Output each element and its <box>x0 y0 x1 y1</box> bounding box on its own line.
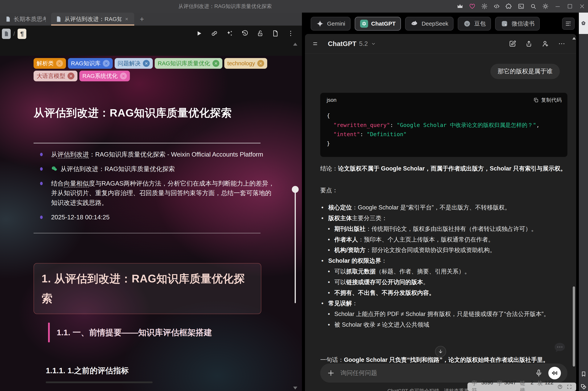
tag-chip[interactable]: RAG知识库质量优化× <box>155 58 222 69</box>
panel-menu-button[interactable] <box>562 17 575 30</box>
note-app-pane: 长期本质思考 从评估到改进：RAG知 × + / ¶ 解析类×RAG知识库×问题… <box>0 13 302 391</box>
tag-chip[interactable]: technology× <box>224 58 267 69</box>
scrollbar-thumb[interactable] <box>573 286 575 367</box>
provider-tab-label: DeepSeek <box>421 20 448 27</box>
voice-mode-button[interactable] <box>548 367 561 379</box>
assistant-paragraph: 要点： <box>320 186 567 195</box>
code-line: { <box>327 111 539 120</box>
document-tab-strip: 长期本质思考 从评估到改进：RAG知 × + <box>0 13 302 26</box>
chat-bubble-widget-icon[interactable] <box>553 341 567 354</box>
link-icon[interactable] <box>211 30 218 37</box>
sidebar-toggle-icon[interactable] <box>312 40 320 48</box>
unlock-icon[interactable] <box>257 30 264 37</box>
document-icon <box>5 16 11 22</box>
tag-remove-icon[interactable]: × <box>143 60 150 67</box>
divider <box>34 233 261 233</box>
list-item: 结合向量相似度与RAGAS两种评估方法，分析它们在成本与判断能力上的差异，并从知… <box>34 179 276 207</box>
nested-list: •Scholar 上能点开的 PDF ≠ Scholar 拥有版权，只是链接或缓… <box>320 309 570 330</box>
assistant-paragraph: 结论：论文版权不属于 Google Scholar，而属于作者或出版方，Scho… <box>320 164 570 173</box>
tag-chip[interactable]: RAG知识库× <box>68 58 113 69</box>
pilcrow-button[interactable]: ¶ <box>17 29 26 39</box>
gear-icon[interactable] <box>481 3 488 9</box>
scroll-to-bottom-button[interactable] <box>435 346 446 357</box>
share-icon[interactable] <box>525 40 533 48</box>
list-item: •Scholar 上能点开的 PDF ≠ Scholar 拥有版权，只是链接或缓… <box>327 309 570 319</box>
play-icon[interactable] <box>196 30 203 37</box>
add-person-icon[interactable] <box>541 40 549 48</box>
microphone-icon[interactable] <box>535 369 543 377</box>
provider-tab-chatgpt[interactable]: ChatGPT <box>355 17 401 30</box>
breadcrumb-document-button[interactable] <box>2 29 11 39</box>
tag-row: 解析类×RAG知识库×问题解决×RAG知识库质量优化×technology× <box>34 58 267 69</box>
selection-frame-icon[interactable] <box>567 384 572 390</box>
crown-icon[interactable] <box>457 3 463 9</box>
document-title: 从评估到改进：RAG知识库质量优化探索 <box>34 106 272 120</box>
kebab-icon[interactable] <box>287 30 294 37</box>
new-tab-button[interactable]: + <box>138 15 146 23</box>
terminal-icon[interactable] <box>518 3 524 9</box>
heading-accent-bar <box>48 323 50 342</box>
list-item: •不拥有、不出售、不再分发版权内容。 <box>327 288 570 298</box>
provider-tab-bar: GeminiChatGPTDeepSeek豆包微信读书 <box>311 17 540 30</box>
tab-rag-article[interactable]: 从评估到改进：RAG知 × <box>51 13 134 26</box>
scrollbar-up-arrow[interactable] <box>572 37 576 39</box>
list-menu-icon <box>565 20 572 27</box>
search-icon[interactable] <box>530 3 536 9</box>
bullet-dot <box>40 153 43 156</box>
extension-active-tile[interactable] <box>579 13 588 34</box>
tab-close-icon[interactable]: × <box>125 16 128 22</box>
ellipsis-icon[interactable] <box>558 40 566 48</box>
wereader-icon <box>500 20 509 28</box>
extension-logo-icon <box>580 20 587 26</box>
bookmark-icon[interactable] <box>580 371 587 377</box>
provider-tab-deepseek[interactable]: DeepSeek <box>405 17 454 30</box>
copy-code-button[interactable]: 复制代码 <box>533 97 562 103</box>
tag-chip[interactable]: 解析类× <box>34 58 66 69</box>
model-version: 5.2 <box>359 40 368 47</box>
heart-icon[interactable] <box>469 3 475 9</box>
provider-tab-label: 豆包 <box>474 20 486 28</box>
list-item: •常见误解： <box>320 298 570 309</box>
tab-long-term-thinking[interactable]: 长期本质思考 <box>1 13 50 26</box>
model-selector[interactable]: ChatGPT 5.2 <box>328 34 376 53</box>
provider-tab-wereader[interactable]: 微信读书 <box>495 17 540 30</box>
tag-label: RAG知识库 <box>71 60 101 67</box>
tag-chip[interactable]: 大语言模型× <box>34 71 77 81</box>
history-icon[interactable] <box>241 30 249 37</box>
help-icon[interactable] <box>557 384 563 390</box>
sparkles-icon[interactable] <box>226 30 233 37</box>
tag-remove-icon[interactable]: × <box>103 60 110 67</box>
minimize-icon[interactable] <box>554 3 561 9</box>
doubao-icon <box>463 20 471 28</box>
scroll-position-indicator[interactable] <box>291 186 299 308</box>
sun-icon[interactable] <box>542 3 549 9</box>
attach-plus-icon[interactable] <box>327 369 335 377</box>
compose-icon[interactable] <box>509 40 516 48</box>
assistant-summary-line: 一句话：Google Scholar 只负责“找到和指路”，论文的版权始终在作者… <box>320 355 574 365</box>
copy-icon <box>533 97 539 103</box>
list-item: •被 Scholar 收录 ≠ 论文进入公共领域 <box>327 319 570 330</box>
maximize-icon[interactable] <box>567 3 573 9</box>
puzzle-icon[interactable] <box>506 3 512 9</box>
tag-remove-icon[interactable]: × <box>212 60 219 67</box>
divider <box>34 143 261 143</box>
tag-remove-icon[interactable]: × <box>56 60 63 67</box>
close-icon[interactable] <box>579 3 585 9</box>
scroll-up-arrow[interactable] <box>293 43 297 46</box>
code-icon[interactable] <box>493 3 500 9</box>
provider-tab-doubao[interactable]: 豆包 <box>458 17 491 30</box>
section-1-heading: 1. 从评估到改进：RAG知识库质量优化探索 <box>34 263 261 314</box>
scroll-down-arrow[interactable] <box>293 387 297 390</box>
tag-chip[interactable]: 问题解决× <box>115 58 153 69</box>
bullet-dot <box>40 167 43 171</box>
tag-remove-icon[interactable]: × <box>120 73 127 79</box>
tag-remove-icon[interactable]: × <box>67 73 74 79</box>
provider-tab-gemini[interactable]: Gemini <box>311 17 351 30</box>
tag-chip[interactable]: RAG系统优化× <box>79 71 130 81</box>
file-icon[interactable] <box>272 30 279 37</box>
tag-remove-icon[interactable]: × <box>257 60 264 67</box>
chat-scrollbar[interactable] <box>572 34 576 391</box>
nested-list: •期刊/出版社：传统期刊论文，版权多由出版社持有（作者转让或独占许可）。•作者本… <box>320 224 570 255</box>
chatgpt-logo <box>360 20 368 28</box>
tag-icon[interactable] <box>580 383 587 390</box>
